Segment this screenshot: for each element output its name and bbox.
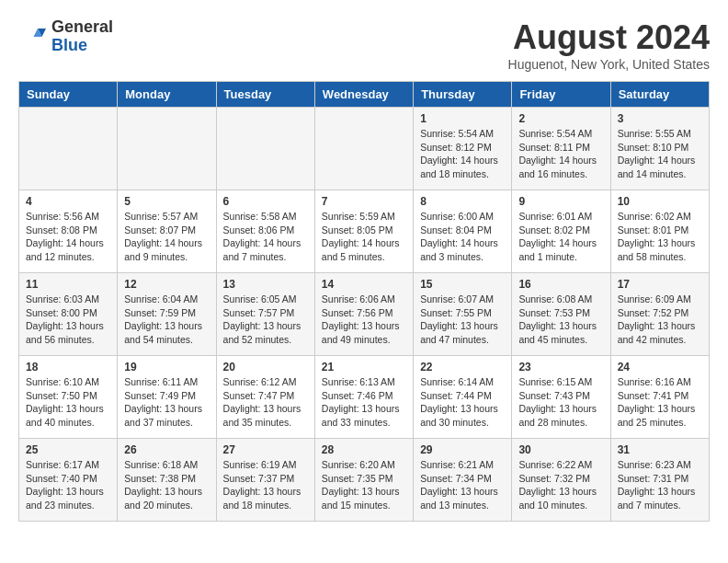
calendar-cell: 11Sunrise: 6:03 AM Sunset: 8:00 PM Dayli…: [19, 273, 118, 356]
day-info: Sunrise: 6:01 AM Sunset: 8:02 PM Dayligh…: [518, 210, 603, 264]
weekday-header-wednesday: Wednesday: [314, 82, 413, 108]
day-number: 23: [518, 361, 603, 373]
day-number: 5: [124, 195, 209, 208]
day-info: Sunrise: 6:23 AM Sunset: 7:31 PM Dayligh…: [618, 458, 702, 512]
day-number: 29: [420, 443, 505, 456]
calendar-cell: 4Sunrise: 5:56 AM Sunset: 8:08 PM Daylig…: [19, 190, 118, 273]
calendar-cell: 13Sunrise: 6:05 AM Sunset: 7:57 PM Dayli…: [216, 273, 314, 356]
day-number: 25: [26, 443, 110, 456]
day-number: 7: [322, 195, 406, 208]
day-info: Sunrise: 6:19 AM Sunset: 7:37 PM Dayligh…: [223, 458, 308, 512]
day-info: Sunrise: 6:17 AM Sunset: 7:40 PM Dayligh…: [26, 458, 110, 512]
day-info: Sunrise: 6:21 AM Sunset: 7:34 PM Dayligh…: [420, 458, 505, 512]
calendar-table: SundayMondayTuesdayWednesdayThursdayFrid…: [18, 81, 710, 522]
calendar-cell: 10Sunrise: 6:02 AM Sunset: 8:01 PM Dayli…: [610, 190, 709, 273]
day-info: Sunrise: 6:04 AM Sunset: 7:59 PM Dayligh…: [124, 293, 209, 347]
day-number: 22: [420, 361, 505, 373]
calendar-cell: 9Sunrise: 6:01 AM Sunset: 8:02 PM Daylig…: [512, 190, 610, 273]
calendar-cell: 20Sunrise: 6:12 AM Sunset: 7:47 PM Dayli…: [216, 356, 314, 439]
day-number: 2: [518, 112, 603, 125]
weekday-header-saturday: Saturday: [610, 82, 709, 108]
calendar-cell: 30Sunrise: 6:22 AM Sunset: 7:32 PM Dayli…: [512, 439, 610, 522]
calendar-cell: 3Sunrise: 5:55 AM Sunset: 8:10 PM Daylig…: [610, 108, 709, 190]
weekday-header-tuesday: Tuesday: [216, 82, 314, 108]
day-info: Sunrise: 5:54 AM Sunset: 8:11 PM Dayligh…: [518, 127, 603, 181]
day-number: 17: [618, 278, 702, 291]
day-info: Sunrise: 6:11 AM Sunset: 7:49 PM Dayligh…: [124, 375, 209, 430]
week-row-1: 1Sunrise: 5:54 AM Sunset: 8:12 PM Daylig…: [19, 108, 710, 190]
calendar-cell: 24Sunrise: 6:16 AM Sunset: 7:41 PM Dayli…: [610, 356, 709, 439]
day-info: Sunrise: 6:16 AM Sunset: 7:41 PM Dayligh…: [618, 375, 702, 430]
calendar-cell: 16Sunrise: 6:08 AM Sunset: 7:53 PM Dayli…: [512, 273, 610, 356]
day-number: 3: [618, 112, 702, 125]
day-info: Sunrise: 5:56 AM Sunset: 8:08 PM Dayligh…: [26, 210, 110, 264]
calendar-cell: 18Sunrise: 6:10 AM Sunset: 7:50 PM Dayli…: [19, 356, 118, 439]
day-info: Sunrise: 6:15 AM Sunset: 7:43 PM Dayligh…: [518, 375, 603, 430]
calendar-cell: 21Sunrise: 6:13 AM Sunset: 7:46 PM Dayli…: [314, 356, 413, 439]
day-number: 31: [618, 443, 702, 456]
day-number: 30: [518, 443, 603, 456]
day-info: Sunrise: 6:08 AM Sunset: 7:53 PM Dayligh…: [518, 293, 603, 347]
day-number: 11: [26, 278, 110, 291]
calendar-cell: 25Sunrise: 6:17 AM Sunset: 7:40 PM Dayli…: [19, 439, 118, 522]
day-number: 19: [124, 361, 209, 373]
day-number: 15: [420, 278, 505, 291]
week-row-5: 25Sunrise: 6:17 AM Sunset: 7:40 PM Dayli…: [19, 439, 710, 522]
calendar-cell: 17Sunrise: 6:09 AM Sunset: 7:52 PM Dayli…: [610, 273, 709, 356]
calendar-cell: [314, 108, 413, 190]
calendar-cell: 1Sunrise: 5:54 AM Sunset: 8:12 PM Daylig…: [414, 108, 512, 190]
day-info: Sunrise: 6:09 AM Sunset: 7:52 PM Dayligh…: [618, 293, 702, 347]
week-row-3: 11Sunrise: 6:03 AM Sunset: 8:00 PM Dayli…: [19, 273, 710, 356]
weekday-header-sunday: Sunday: [19, 82, 118, 108]
calendar-body: 1Sunrise: 5:54 AM Sunset: 8:12 PM Daylig…: [19, 108, 710, 522]
logo: General Blue: [18, 18, 113, 55]
week-row-2: 4Sunrise: 5:56 AM Sunset: 8:08 PM Daylig…: [19, 190, 710, 273]
logo-text: General Blue: [51, 18, 113, 55]
calendar-cell: 31Sunrise: 6:23 AM Sunset: 7:31 PM Dayli…: [610, 439, 709, 522]
day-info: Sunrise: 6:03 AM Sunset: 8:00 PM Dayligh…: [26, 293, 110, 347]
calendar-cell: 5Sunrise: 5:57 AM Sunset: 8:07 PM Daylig…: [118, 190, 216, 273]
weekday-header-monday: Monday: [118, 82, 216, 108]
day-info: Sunrise: 5:54 AM Sunset: 8:12 PM Dayligh…: [420, 127, 505, 181]
day-info: Sunrise: 5:55 AM Sunset: 8:10 PM Dayligh…: [618, 127, 702, 181]
calendar-cell: [118, 108, 216, 190]
calendar-cell: 15Sunrise: 6:07 AM Sunset: 7:55 PM Dayli…: [414, 273, 512, 356]
day-info: Sunrise: 5:57 AM Sunset: 8:07 PM Dayligh…: [124, 210, 209, 264]
calendar-cell: 19Sunrise: 6:11 AM Sunset: 7:49 PM Dayli…: [118, 356, 216, 439]
location: Huguenot, New York, United States: [508, 57, 710, 72]
day-info: Sunrise: 6:06 AM Sunset: 7:56 PM Dayligh…: [322, 293, 406, 347]
day-number: 12: [124, 278, 209, 291]
title-block: August 2024 Huguenot, New York, United S…: [508, 18, 710, 72]
logo-blue: Blue: [51, 36, 87, 54]
day-info: Sunrise: 6:20 AM Sunset: 7:35 PM Dayligh…: [322, 458, 406, 512]
day-info: Sunrise: 6:22 AM Sunset: 7:32 PM Dayligh…: [518, 458, 603, 512]
calendar-cell: 2Sunrise: 5:54 AM Sunset: 8:11 PM Daylig…: [512, 108, 610, 190]
day-number: 8: [420, 195, 505, 208]
calendar-cell: 8Sunrise: 6:00 AM Sunset: 8:04 PM Daylig…: [414, 190, 512, 273]
calendar-cell: [19, 108, 118, 190]
day-number: 24: [618, 361, 702, 373]
day-number: 18: [26, 361, 110, 373]
calendar-cell: [216, 108, 314, 190]
day-number: 14: [322, 278, 406, 291]
day-info: Sunrise: 6:07 AM Sunset: 7:55 PM Dayligh…: [420, 293, 505, 347]
day-number: 27: [223, 443, 308, 456]
logo-general: General: [51, 17, 113, 36]
weekday-header-friday: Friday: [512, 82, 610, 108]
page-header: General Blue August 2024 Huguenot, New Y…: [18, 18, 710, 72]
day-number: 26: [124, 443, 209, 456]
calendar-cell: 7Sunrise: 5:59 AM Sunset: 8:05 PM Daylig…: [314, 190, 413, 273]
calendar-cell: 12Sunrise: 6:04 AM Sunset: 7:59 PM Dayli…: [118, 273, 216, 356]
calendar-cell: 23Sunrise: 6:15 AM Sunset: 7:43 PM Dayli…: [512, 356, 610, 439]
day-number: 1: [420, 112, 505, 125]
calendar-cell: 29Sunrise: 6:21 AM Sunset: 7:34 PM Dayli…: [414, 439, 512, 522]
day-number: 9: [518, 195, 603, 208]
day-number: 13: [223, 278, 308, 291]
day-number: 6: [223, 195, 308, 208]
week-row-4: 18Sunrise: 6:10 AM Sunset: 7:50 PM Dayli…: [19, 356, 710, 439]
day-info: Sunrise: 6:12 AM Sunset: 7:47 PM Dayligh…: [223, 375, 308, 430]
day-number: 10: [618, 195, 702, 208]
day-info: Sunrise: 6:02 AM Sunset: 8:01 PM Dayligh…: [618, 210, 702, 264]
day-info: Sunrise: 6:10 AM Sunset: 7:50 PM Dayligh…: [26, 375, 110, 430]
day-info: Sunrise: 6:18 AM Sunset: 7:38 PM Dayligh…: [124, 458, 209, 512]
